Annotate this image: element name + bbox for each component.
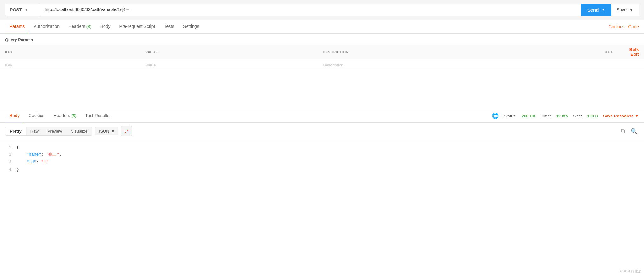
line-num-2: 2 (5, 151, 11, 158)
line-content-1: { (16, 144, 19, 151)
tab-params[interactable]: Params (5, 20, 29, 33)
headers-badge: (8) (86, 24, 92, 29)
wrap-icon: ⇌ (124, 128, 129, 134)
response-tabs: Body Cookies Headers (5) Test Results 🌐 … (0, 109, 644, 123)
dots-icon: ••• (605, 49, 613, 55)
code-link[interactable]: Code (628, 24, 639, 29)
description-placeholder: Description (323, 63, 343, 67)
code-line-2: 2 "name": "张三", (5, 151, 639, 158)
cookies-link[interactable]: Cookies (609, 24, 625, 29)
resp-tab-body[interactable]: Body (5, 109, 24, 122)
search-icon[interactable]: 🔍 (629, 127, 639, 136)
key-cell[interactable]: Key (0, 59, 140, 71)
line-num-1: 1 (5, 144, 11, 151)
time-label: Time: (541, 114, 551, 118)
code-line-1: 1 { (5, 144, 639, 151)
resp-tab-testresults[interactable]: Test Results (81, 109, 114, 122)
tab-params-label: Params (10, 24, 25, 29)
tab-settings-label: Settings (183, 24, 199, 29)
tab-headers[interactable]: Headers (8) (64, 20, 96, 33)
status-value: 200 OK (522, 114, 536, 118)
url-bar: POST ▼ Send ▼ Save ▼ (0, 0, 644, 20)
resp-tab-headers-label: Headers (54, 113, 72, 118)
resp-tab-headers[interactable]: Headers (5) (49, 109, 81, 122)
tab-settings[interactable]: Settings (179, 20, 204, 33)
time-value: 12 ms (556, 114, 568, 118)
size-label: Size: (573, 114, 582, 118)
globe-icon[interactable]: 🌐 (492, 112, 499, 119)
tab-body-label: Body (100, 24, 111, 29)
save-response-btn[interactable]: Save Response ▼ (603, 114, 639, 118)
type-select-chevron-icon: ▼ (111, 129, 115, 134)
wrap-btn[interactable]: ⇌ (121, 126, 132, 136)
tab-tests[interactable]: Tests (159, 20, 179, 33)
status-label: Status: (504, 114, 516, 118)
col-description: DESCRIPTION (318, 45, 600, 59)
tab-headers-label: Headers (68, 24, 86, 29)
save-chevron-icon: ▼ (629, 7, 634, 12)
url-input[interactable] (40, 4, 581, 16)
copy-icon[interactable]: ⧉ (620, 127, 626, 136)
format-group: Pretty Raw Preview Visualize (5, 127, 92, 136)
size-value: 190 B (587, 114, 598, 118)
send-chevron-icon: ▼ (601, 8, 605, 12)
tab-authorization-label: Authorization (34, 24, 60, 29)
code-line-3: 3 "id": "1" (5, 159, 639, 166)
table-row: Key Value Description (0, 59, 644, 71)
save-response-label: Save Response (603, 114, 634, 118)
toolbar-right: ⧉ 🔍 (620, 127, 639, 136)
tab-prerequest[interactable]: Pre-request Script (115, 20, 160, 33)
request-tabs: Params Authorization Headers (8) Body Pr… (0, 20, 644, 34)
col-value: VALUE (140, 45, 318, 59)
line-num-3: 3 (5, 159, 11, 166)
method-select[interactable]: POST ▼ (5, 4, 40, 16)
send-button[interactable]: Send ▼ (581, 4, 612, 16)
line-content-4: } (16, 166, 19, 173)
save-label: Save (616, 7, 627, 12)
col-key: KEY (0, 45, 140, 59)
line-num-4: 4 (5, 166, 11, 173)
value-placeholder: Value (145, 63, 156, 67)
tab-prerequest-label: Pre-request Script (119, 24, 155, 29)
format-preview-btn[interactable]: Preview (43, 127, 67, 135)
resp-headers-badge: (5) (71, 113, 76, 118)
save-response-chevron-icon: ▼ (635, 114, 639, 118)
tab-authorization[interactable]: Authorization (29, 20, 64, 33)
params-table: KEY VALUE DESCRIPTION ••• Bulk Edit Key … (0, 45, 644, 71)
format-visualize-btn[interactable]: Visualize (67, 127, 92, 135)
send-label: Send (587, 7, 599, 13)
method-chevron-icon: ▼ (24, 8, 28, 12)
type-select[interactable]: JSON ▼ (95, 127, 119, 135)
format-raw-btn[interactable]: Raw (26, 127, 43, 135)
type-select-label: JSON (98, 129, 109, 134)
resp-tab-body-label: Body (10, 113, 20, 118)
key-placeholder: Key (5, 63, 12, 67)
params-spacer (0, 71, 644, 109)
line-content-3: "id": "1" (16, 159, 48, 166)
description-cell[interactable]: Description (318, 59, 600, 71)
value-cell[interactable]: Value (140, 59, 318, 71)
resp-tab-testresults-label: Test Results (85, 113, 109, 118)
resp-tab-cookies-label: Cookies (29, 113, 45, 118)
resp-meta: 🌐 Status: 200 OK Time: 12 ms Size: 190 B… (492, 112, 639, 119)
bulk-edit-btn[interactable]: Bulk Edit (619, 45, 644, 59)
tab-tests-label: Tests (164, 24, 174, 29)
save-button[interactable]: Save ▼ (611, 4, 639, 16)
query-params-section: Query Params KEY VALUE DESCRIPTION ••• B… (0, 34, 644, 71)
query-params-label: Query Params (0, 34, 644, 45)
more-options[interactable]: ••• (600, 45, 619, 59)
resp-tab-cookies[interactable]: Cookies (24, 109, 49, 122)
response-area: Body Cookies Headers (5) Test Results 🌐 … (0, 109, 644, 184)
resp-toolbar: Pretty Raw Preview Visualize JSON ▼ ⇌ ⧉ … (0, 123, 644, 140)
code-area: 1 { 2 "name": "张三", 3 "id": "1" 4 } (0, 140, 644, 184)
method-label: POST (10, 7, 22, 12)
format-pretty-btn[interactable]: Pretty (5, 127, 26, 135)
line-content-2: "name": "张三", (16, 151, 62, 158)
code-line-4: 4 } (5, 166, 639, 173)
tab-body[interactable]: Body (96, 20, 115, 33)
